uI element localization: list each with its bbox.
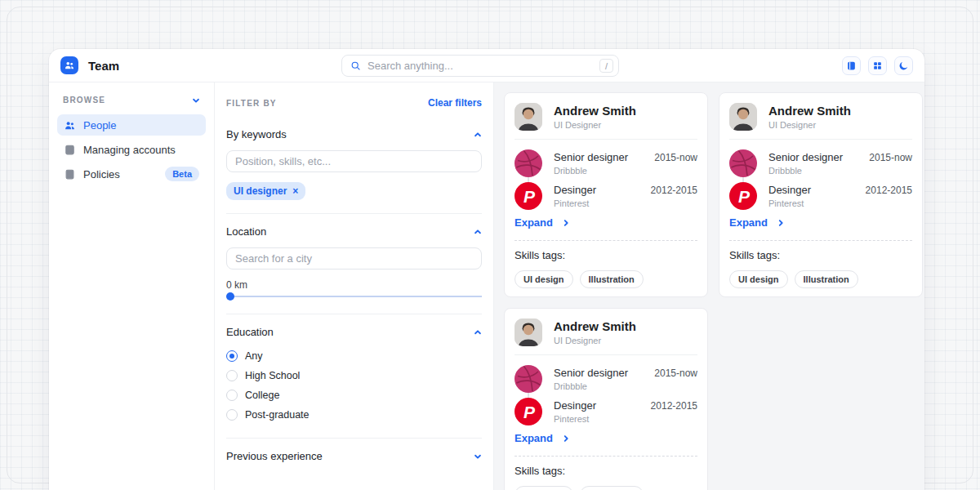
id-badge-icon [64,144,76,156]
radio-icon [226,370,238,381]
card-dashed-divider [729,240,912,241]
book-icon [846,60,857,71]
experience-info: Desinger Pinterest [554,398,596,425]
avatar [729,103,757,131]
expand-button[interactable]: Expand [514,216,697,229]
card-header: Andrew Smith UI Designer [514,318,697,346]
radio-icon [226,409,238,421]
person-card[interactable]: Andrew Smith UI Designer Senior designer… [504,92,708,297]
skill-tag[interactable]: Illustration [580,270,644,288]
card-header: Andrew Smith UI Designer [514,103,697,131]
slider-thumb[interactable] [226,292,234,301]
experience-item: Senior designer Dribbble 2015-now [514,365,697,393]
clear-filters-link[interactable]: Clear filters [428,97,482,109]
skills-label: Skills tags: [514,465,697,477]
pinterest-icon: P [514,398,542,425]
radio-label: High School [245,370,300,381]
experience-item: P Desinger Pinterest 2012-2015 [729,182,912,210]
section-divider [226,213,482,214]
svg-text:P: P [738,187,751,206]
svg-text:P: P [523,187,536,206]
person-name: Andrew Smith [768,104,851,118]
skills-label: Skills tags: [514,249,697,261]
team-logo-people-icon [64,60,75,71]
chevron-right-icon [777,219,785,227]
experience-period: 2012-2015 [651,185,697,210]
experience-role: Desinger [768,184,811,196]
skills-tags: UI design Illustration [514,486,697,490]
book-button[interactable] [842,56,861,75]
expand-button[interactable]: Expand [514,432,697,444]
sidebar-item-managing-accounts[interactable]: Managing accounts [57,139,206,160]
radio-label: College [245,390,279,401]
search-input[interactable] [368,60,593,72]
person-card[interactable]: Andrew Smith UI Designer Senior designer… [719,92,923,297]
search-shortcut-key: / [599,59,613,73]
education-section-header[interactable]: Education [226,326,482,338]
filter-panel: FILTER BY Clear filters By keywords UI d… [215,82,494,490]
skill-tag[interactable]: Illustration [795,270,858,288]
chevron-up-icon [474,131,482,139]
experience-period: 2015-now [869,152,912,177]
experience-period: 2015-now [654,368,697,393]
skill-tag[interactable]: UI design [514,270,573,288]
radio-option-high-school[interactable]: High School [226,366,482,385]
radio-option-college[interactable]: College [226,385,482,405]
keyword-tag[interactable]: UI designer × [226,182,305,200]
expand-label: Expand [514,216,553,229]
sidebar-item-label: People [83,119,116,131]
city-search-input[interactable] [226,247,482,270]
radio-icon [226,390,238,401]
person-identity: Andrew Smith UI Designer [554,319,636,345]
expand-button[interactable]: Expand [729,216,912,229]
previous-experience-label: Previous experience [226,450,323,462]
filter-by-label: FILTER BY [226,99,277,108]
card-divider [514,139,697,140]
experience-period: 2015-now [654,152,697,177]
slider-track[interactable] [226,296,482,297]
skill-tag[interactable]: UI design [514,486,573,490]
app-window: Team / BROWSE Pe [49,49,924,490]
avatar-photo [729,103,757,131]
skill-tag[interactable]: UI design [729,270,788,288]
person-card[interactable]: Andrew Smith UI Designer Senior designer… [504,308,708,490]
apps-button[interactable] [868,56,887,75]
experience-timeline: Senior designer Dribbble 2015-now P Desi… [729,149,912,210]
previous-experience-section-header[interactable]: Previous experience [226,450,482,462]
experience-info: Senior designer Dribbble [554,149,628,177]
distance-value-label: 0 km [226,279,482,291]
browse-section-header[interactable]: BROWSE [57,96,206,105]
sidebar-item-label: Managing accounts [83,144,176,156]
radio-option-post-graduate[interactable]: Post-graduate [226,405,482,425]
remove-tag-icon[interactable]: × [292,185,298,197]
document-icon [64,168,76,180]
location-section-header[interactable]: Location [226,225,482,238]
distance-slider[interactable] [226,292,482,301]
experience-item: P Desinger Pinterest 2012-2015 [514,398,697,425]
global-search[interactable]: / [341,55,619,77]
app-logo [60,56,78,74]
keywords-input[interactable] [226,150,482,172]
skills-tags: UI design Illustration [729,270,912,288]
card-divider [514,354,697,355]
experience-role: Senior designer [554,367,628,379]
person-title: UI Designer [554,120,636,130]
results-area: Andrew Smith UI Designer Senior designer… [494,82,924,490]
experience-timeline: Senior designer Dribbble 2015-now P Desi… [514,149,697,210]
location-section: Location 0 km [226,225,482,301]
sidebar: BROWSE People Managing accounts Policies… [49,82,215,490]
dark-mode-button[interactable] [894,56,913,75]
content-area: BROWSE People Managing accounts Policies… [49,82,924,490]
skill-tag[interactable]: Illustration [580,486,644,490]
keywords-section-header[interactable]: By keywords [226,128,482,140]
radio-option-any[interactable]: Any [226,346,482,366]
sidebar-item-people[interactable]: People [57,114,206,136]
sidebar-item-policies[interactable]: Policies Beta [57,163,206,185]
experience-info: Senior designer Dribbble [554,365,628,393]
experience-period: 2012-2015 [651,400,697,425]
sidebar-item-label: Policies [83,168,120,180]
person-title: UI Designer [768,120,851,130]
chevron-right-icon [562,434,570,443]
experience-period: 2012-2015 [866,185,912,210]
keyword-tag-label: UI designer [234,185,287,197]
